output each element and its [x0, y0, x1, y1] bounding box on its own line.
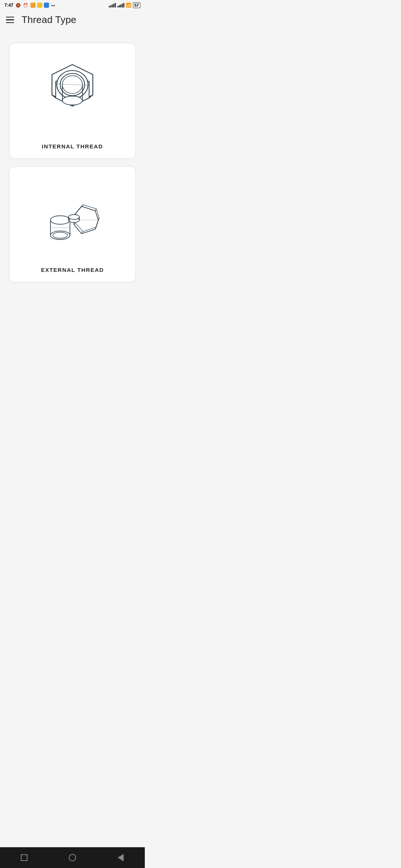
status-time: 7:47: [4, 3, 13, 8]
status-bar: 7:47 🔕 ⏰ •• 📶 57: [0, 0, 145, 10]
app-header: Thread Type: [0, 10, 145, 32]
signal-bars-1: [109, 3, 116, 7]
notification-icons: [30, 3, 49, 8]
status-right: 📶 57: [109, 2, 140, 8]
app-icon-yellow: [37, 3, 42, 8]
main-content: INTERNAL THREAD: [0, 32, 145, 293]
svg-line-25: [82, 205, 83, 206]
wifi-icon: 📶: [126, 3, 131, 8]
svg-point-33: [68, 214, 79, 219]
internal-thread-card[interactable]: INTERNAL THREAD: [9, 43, 136, 159]
internal-thread-illustration: [30, 54, 115, 136]
external-thread-card[interactable]: EXTERNAL THREAD: [9, 166, 136, 282]
svg-point-14: [50, 216, 70, 224]
internal-thread-label: INTERNAL THREAD: [42, 143, 103, 149]
app-icon-orange: [30, 3, 36, 8]
battery-icon: 57: [133, 2, 140, 8]
alarm-icon: ⏰: [23, 3, 28, 8]
app-icon-blue: [44, 3, 49, 8]
signal-bars-2: [117, 3, 124, 7]
external-thread-illustration: [30, 178, 115, 259]
page-title: Thread Type: [22, 14, 76, 26]
svg-point-19: [53, 232, 67, 238]
overflow-dots: ••: [51, 3, 55, 8]
svg-line-26: [95, 209, 96, 211]
external-thread-label: EXTERNAL THREAD: [41, 267, 104, 273]
mute-icon: 🔕: [16, 3, 21, 8]
menu-button[interactable]: [6, 17, 14, 23]
svg-point-11: [62, 96, 82, 105]
